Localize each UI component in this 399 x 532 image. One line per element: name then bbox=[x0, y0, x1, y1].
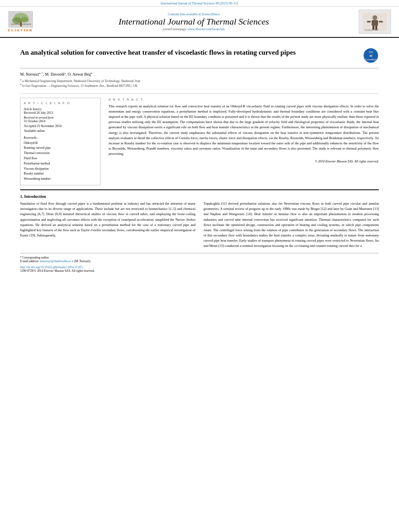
doi-link[interactable]: http://dx.doi.org/10.1016/j.ijthermalsci… bbox=[20, 265, 379, 269]
corresponding-note: * Corresponding author. bbox=[20, 256, 379, 259]
available-item: Available online bbox=[24, 129, 97, 133]
author1: M. Norouzi bbox=[20, 72, 39, 76]
keyword-6: Viscous dissipation bbox=[24, 166, 97, 172]
science-direct-label: Contents lists available at ScienceDirec… bbox=[33, 12, 355, 16]
revised-date: 31 October 2014 bbox=[24, 119, 45, 123]
homepage-url[interactable]: www.elsevier.com/locate/ijts bbox=[187, 27, 224, 31]
homepage-label: journal homepage: bbox=[163, 27, 187, 31]
author-names: M. Norouzia, *, M. Davoodia, O. Anwar Bé… bbox=[20, 72, 379, 76]
elsevier-label: ELSEVIER bbox=[8, 28, 33, 32]
keyword-7: Rossby number bbox=[24, 171, 97, 177]
email-suffix: (M. Norouzi). bbox=[74, 259, 91, 263]
svg-text:CrossMark: CrossMark bbox=[365, 58, 377, 61]
article-abstract-columns: A R T I C L E I N F O Article history: R… bbox=[20, 98, 379, 185]
affiliation-a: a a Mechanical Engineering Department, S… bbox=[20, 78, 379, 83]
author3-sup: b bbox=[91, 72, 93, 75]
affiliation-b: b b Gort Engovation — Engineering Scienc… bbox=[20, 83, 379, 88]
keywords-section: Keywords: Oldroyd-B Rotating curved pipe… bbox=[24, 136, 97, 182]
corresponding-label: * Corresponding author. bbox=[20, 256, 49, 259]
section-title-text: Introduction bbox=[24, 194, 46, 199]
author3: , O. Anwar Bég bbox=[66, 72, 91, 76]
svg-point-7 bbox=[372, 15, 377, 20]
abstract-text: This research reports an analytical solu… bbox=[109, 104, 379, 157]
email-link[interactable]: mnorouzi@shahroodut.ac.ir bbox=[40, 259, 74, 263]
keywords-list: Oldroyd-B Rotating curved pipe Thermal c… bbox=[24, 141, 97, 182]
paper-content: An analytical solution for convective he… bbox=[0, 38, 399, 277]
article-info-box: A R T I C L E I N F O Article history: R… bbox=[20, 98, 101, 185]
issn-text: 1290-0729/© 2014 Elsevier Masson SAS. Al… bbox=[20, 269, 95, 273]
paper-title: An analytical solution for convective he… bbox=[20, 48, 359, 58]
article-info-header: A R T I C L E I N F O bbox=[24, 101, 97, 105]
accepted-item: Accepted 25 November 2014 bbox=[24, 124, 97, 128]
crossmark-badge: CH at CrossMark bbox=[363, 48, 379, 64]
history-label: Article history: bbox=[24, 107, 97, 111]
paper-title-section: An analytical solution for convective he… bbox=[20, 42, 379, 68]
elsevier-tree-image bbox=[8, 11, 33, 27]
keyword-5: Perturbation method bbox=[24, 161, 97, 166]
journal-homepage: journal homepage: www.elsevier.com/locat… bbox=[33, 27, 355, 31]
svg-text:CH: CH bbox=[369, 51, 373, 53]
intro-columns: Simulation of fluid flow through curved … bbox=[20, 201, 379, 249]
intro-col-right: Topakoghlu [11] derived perturbation sol… bbox=[204, 201, 379, 249]
section-number: 1. bbox=[20, 194, 23, 199]
author1-sup: a, * bbox=[39, 72, 43, 75]
journal-center-info: Contents lists available at ScienceDirec… bbox=[33, 12, 355, 31]
citation-text: International Journal of Thermal Science… bbox=[161, 2, 239, 5]
authors-section: M. Norouzia, *, M. Davoodia, O. Anwar Bé… bbox=[20, 68, 379, 91]
contents-text: Contents lists available at bbox=[168, 12, 201, 16]
publisher-logo-right: International Journal bbox=[355, 10, 391, 34]
email-note: E-mail address: mnorouzi@shahroodut.ac.i… bbox=[20, 259, 379, 263]
accepted-date: Accepted 25 November 2014 bbox=[24, 124, 62, 128]
journal-header: ELSEVIER Contents lists available at Sci… bbox=[0, 6, 399, 38]
abstract-header: A B S T R A C T bbox=[109, 98, 379, 101]
svg-text:International Journal: International Journal bbox=[365, 29, 378, 31]
history-item: Article history: Received 26 July 2013 bbox=[24, 107, 97, 115]
svg-rect-8 bbox=[372, 20, 378, 26]
journal-citation: International Journal of Thermal Science… bbox=[0, 0, 399, 6]
svg-text:at: at bbox=[369, 54, 372, 58]
section-divider bbox=[20, 93, 379, 94]
available-text: Available online bbox=[24, 129, 45, 133]
footnote-section: * Corresponding author. E-mail address: … bbox=[20, 253, 379, 263]
intro-title: 1. Introduction bbox=[20, 194, 379, 199]
svg-point-3 bbox=[21, 17, 29, 23]
crossmark-icon: CH at CrossMark bbox=[363, 48, 378, 64]
doi-section: http://dx.doi.org/10.1016/j.ijthermalsci… bbox=[20, 265, 379, 273]
publisher-box: International Journal bbox=[359, 10, 391, 34]
email-label: E-mail address: bbox=[20, 259, 39, 263]
abstract-section: A B S T R A C T This research reports an… bbox=[109, 98, 379, 185]
intro-col1-text: Simulation of fluid flow through curved … bbox=[20, 201, 195, 237]
keyword-4: Fluid flow bbox=[24, 156, 97, 161]
keyword-1: Oldroyd-B bbox=[24, 141, 97, 146]
intro-col-left: Simulation of fluid flow through curved … bbox=[20, 201, 195, 249]
elsevier-logo-left: ELSEVIER bbox=[8, 11, 33, 32]
keyword-8: Weissenberg number bbox=[24, 177, 97, 182]
svg-rect-9 bbox=[367, 21, 371, 23]
author2: , M. Davoodi bbox=[43, 72, 64, 76]
science-direct-link[interactable]: ScienceDirect bbox=[202, 12, 220, 16]
keyword-2: Rotating curved pipe bbox=[24, 146, 97, 151]
revised-label: Received in revised form bbox=[24, 116, 97, 119]
revised-item: Received in revised form 31 October 2014 bbox=[24, 116, 97, 123]
svg-rect-10 bbox=[379, 21, 383, 23]
intro-col2-text: Topakoghlu [11] derived perturbation sol… bbox=[204, 201, 379, 248]
svg-rect-5 bbox=[11, 24, 31, 25]
copyright-notice: © 2014 Elsevier Masson SAS. All rights r… bbox=[109, 160, 379, 163]
journal-title: International Journal of Thermal Science… bbox=[33, 16, 355, 28]
keyword-3: Thermal convection bbox=[24, 151, 97, 156]
introduction-section: 1. Introduction Simulation of fluid flow… bbox=[20, 194, 379, 249]
main-divider bbox=[20, 189, 379, 190]
received-date: Received 26 July 2013 bbox=[24, 111, 53, 115]
keywords-header: Keywords: bbox=[24, 136, 97, 140]
